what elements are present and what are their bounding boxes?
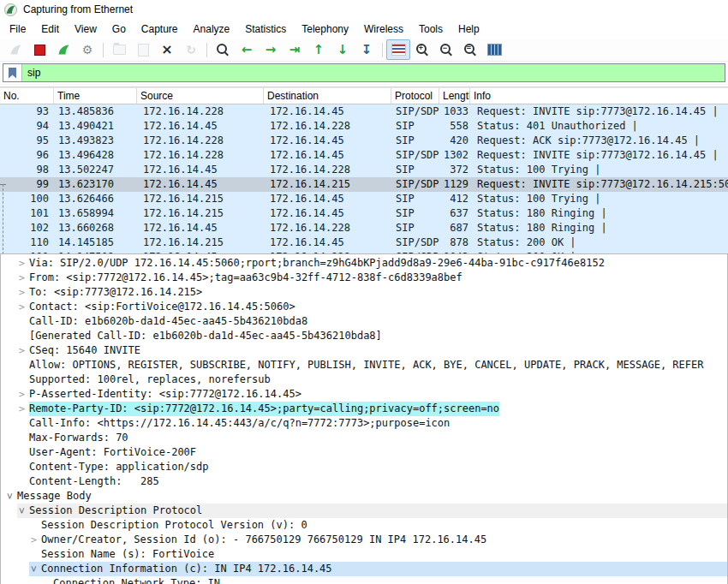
menu-item-file[interactable]: File [2, 21, 33, 38]
tree-item[interactable]: >Session Description Protocol Version (v… [1, 518, 727, 533]
column-header-length[interactable]: Length [439, 88, 470, 104]
packet-cell-time: 13.485836 [54, 104, 137, 119]
column-header-source[interactable]: Source [137, 88, 264, 104]
tree-item[interactable]: >Connection Information (c): IN IP4 172.… [1, 562, 727, 576]
tree-item-text: Remote-Party-ID: <sip:7772@172.16.14.45>… [29, 402, 499, 416]
related-packets-indicator [3, 184, 3, 259]
tree-item[interactable]: >Allow: OPTIONS, REGISTER, SUBSCRIBE, NO… [1, 358, 727, 372]
zoom-reset-button[interactable]: = [458, 39, 482, 60]
close-file-button[interactable]: × [155, 39, 179, 60]
menu-item-tools[interactable]: Tools [411, 21, 451, 38]
menu-item-help[interactable]: Help [451, 21, 487, 38]
expand-arrow-icon[interactable]: > [17, 271, 27, 285]
tree-item[interactable]: >Owner/Creator, Session Id (o): - 766750… [1, 533, 727, 547]
packet-row[interactable]: 9413.490421172.16.14.45172.16.14.228SIP5… [0, 119, 728, 134]
tree-item[interactable]: >Call-Info: <https://172.16.14.45:443/a/… [1, 416, 727, 431]
packet-cell-length: 1302 [439, 148, 470, 163]
display-filter-value[interactable]: sip [22, 64, 45, 81]
column-header-no[interactable]: No. [0, 88, 54, 104]
packet-row[interactable]: 11014.145185172.16.14.215172.16.14.45SIP… [0, 235, 728, 250]
collapse-arrow-icon[interactable]: > [3, 492, 17, 501]
column-header-time[interactable]: Time [54, 88, 137, 104]
menu-item-wireless[interactable]: Wireless [356, 21, 411, 38]
go-back-icon: ← [242, 44, 253, 57]
column-header-info[interactable]: Info [470, 88, 728, 104]
zoom-in-button[interactable]: + [410, 39, 434, 60]
menu-item-statistics[interactable]: Statistics [237, 21, 294, 38]
expand-arrow-icon[interactable]: > [17, 387, 27, 402]
column-header-protocol[interactable]: Protocol [391, 88, 439, 104]
tree-item-text: Max-Forwards: 70 [29, 431, 128, 445]
tree-item[interactable]: >Via: SIP/2.0/UDP 172.16.14.45:5060;rpor… [1, 256, 727, 271]
packet-cell-source: 172.16.14.215 [137, 206, 264, 221]
go-back-button[interactable]: ← [235, 39, 259, 60]
expand-arrow-icon[interactable]: > [17, 256, 27, 271]
menu-item-go[interactable]: Go [104, 21, 134, 38]
expand-arrow-icon[interactable]: > [17, 402, 27, 416]
tree-item[interactable]: >Max-Forwards: 70 [1, 431, 727, 445]
packet-row[interactable]: 9813.502247172.16.14.45172.16.14.228SIP3… [0, 163, 728, 177]
menu-item-capture[interactable]: Capture [134, 21, 186, 38]
auto-scroll-button[interactable]: ↧ [355, 39, 379, 60]
packet-row[interactable]: 9613.496428172.16.14.228172.16.14.45SIP/… [0, 148, 728, 163]
tree-item[interactable]: >Supported: 100rel, replaces, norefersub [1, 372, 727, 387]
tree-item[interactable]: >Session Name (s): FortiVoice [1, 547, 727, 562]
tree-item[interactable]: >P-Asserted-Identity: <sip:7772@172.16.1… [1, 387, 727, 402]
restart-capture-button[interactable] [51, 39, 75, 60]
tree-item[interactable]: >From: <sip:7772@172.16.14.45>;tag=aa63c… [1, 271, 727, 285]
go-to-packet-button[interactable]: ⇥ [283, 39, 307, 60]
packet-list: 9313.485836172.16.14.228172.16.14.45SIP/… [0, 104, 728, 259]
packet-row[interactable]: 10213.660268172.16.14.45172.16.14.228SIP… [0, 221, 728, 235]
packet-row[interactable]: 10113.658994172.16.14.215172.16.14.45SIP… [0, 206, 728, 221]
tree-item[interactable]: >CSeq: 15640 INVITE [1, 343, 727, 358]
collapse-arrow-icon[interactable]: > [27, 564, 41, 574]
expand-arrow-icon[interactable]: > [17, 285, 27, 300]
packet-cell-time: 13.623170 [54, 177, 137, 192]
filter-bookmark-button[interactable] [3, 64, 22, 81]
display-filter-input[interactable]: sip [3, 63, 725, 82]
title-bar: Capturing from Ethernet [0, 0, 728, 19]
expand-arrow-icon[interactable]: > [29, 533, 39, 547]
go-down-button[interactable]: ↓ [331, 39, 355, 60]
tree-item-row: >Remote-Party-ID: <sip:7772@172.16.14.45… [17, 402, 727, 416]
close-file-icon: × [161, 43, 172, 57]
column-header-destination[interactable]: Destination [264, 88, 391, 104]
packet-row[interactable]: 9913.623170172.16.14.45172.16.14.215SIP/… [0, 177, 728, 192]
capture-options-button[interactable]: ⚙ [75, 39, 99, 60]
tree-item[interactable]: >Session Description Protocol [1, 504, 727, 518]
expand-arrow-icon[interactable]: > [17, 343, 27, 358]
tree-item[interactable]: >Connection Network Type: IN [1, 576, 727, 584]
start-capture-button [3, 39, 27, 60]
resize-columns-button[interactable] [482, 39, 506, 60]
tree-item[interactable]: >Content-Type: application/sdp [1, 460, 727, 474]
tree-item[interactable]: >Contact: <sip:FortiVoice@172.16.14.45:5… [1, 300, 727, 314]
tree-item-text: Session Description Protocol [29, 504, 202, 518]
zoom-out-button[interactable]: − [434, 39, 458, 60]
collapse-arrow-icon[interactable]: > [15, 506, 29, 515]
packet-cell-destination: 172.16.14.228 [264, 163, 391, 177]
go-forward-button[interactable]: → [259, 39, 283, 60]
tree-item[interactable]: >User-Agent: FortiVoice-200F [1, 445, 727, 460]
menu-item-telephony[interactable]: Telephony [294, 21, 356, 38]
tree-item[interactable]: >Remote-Party-ID: <sip:7772@172.16.14.45… [1, 402, 727, 416]
colorize-button[interactable] [386, 39, 410, 60]
tree-item[interactable]: >Call-ID: e1b6020b-da1d-45ec-aa45-5b4362… [1, 314, 727, 329]
find-packet-button[interactable] [211, 39, 235, 60]
tree-item[interactable]: >Content-Length: 285 [1, 474, 727, 489]
packet-cell-destination: 172.16.14.215 [264, 177, 391, 192]
tree-item[interactable]: >[Generated Call-ID: e1b6020b-da1d-45ec-… [1, 329, 727, 343]
tree-item-row: >Supported: 100rel, replaces, norefersub [17, 372, 727, 387]
packet-row[interactable]: 9513.493823172.16.14.228172.16.14.45SIP4… [0, 134, 728, 148]
expand-arrow-icon[interactable]: > [17, 300, 27, 314]
tree-item[interactable]: >To: <sip:7773@172.16.14.215> [1, 285, 727, 300]
menu-item-analyze[interactable]: Analyze [186, 21, 238, 38]
packet-row[interactable]: 10013.626466172.16.14.215172.16.14.45SIP… [0, 192, 728, 206]
packet-cell-destination: 172.16.14.228 [264, 221, 391, 235]
tree-item[interactable]: >Message Body [1, 489, 727, 504]
go-up-button[interactable]: ↑ [307, 39, 331, 60]
packet-row[interactable]: 9313.485836172.16.14.228172.16.14.45SIP/… [0, 104, 728, 119]
menu-item-edit[interactable]: Edit [33, 21, 67, 38]
restart-capture-icon [57, 44, 70, 56]
menu-item-view[interactable]: View [67, 21, 104, 38]
stop-capture-button[interactable] [27, 39, 51, 60]
